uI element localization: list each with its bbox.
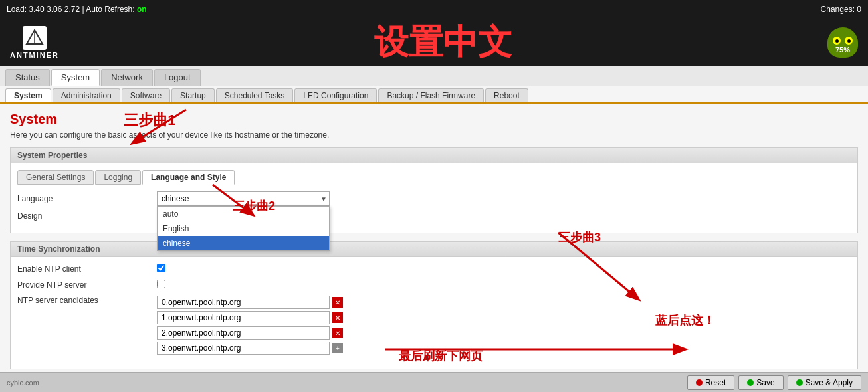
save-apply-dot-icon — [796, 379, 803, 386]
dropdown-item-auto[interactable]: auto — [158, 207, 329, 221]
ntp-candidates-row: NTP server candidates ✕ ✕ ✕ — [17, 296, 851, 357]
owl-eye-right — [845, 37, 853, 45]
system-properties-header: System Properties — [11, 148, 857, 163]
language-select-wrapper: chinese ▼ auto English chinese — [157, 191, 330, 206]
language-select[interactable]: chinese ▼ — [157, 191, 330, 206]
subtab-startup[interactable]: Startup — [171, 88, 215, 102]
nav-tabs: Status System Network Logout — [0, 66, 868, 86]
reset-button[interactable]: Reset — [687, 375, 734, 390]
save-button[interactable]: Save — [738, 375, 783, 390]
save-dot-icon — [747, 379, 754, 386]
header: ANTMINER 设置中文 75% — [0, 19, 868, 66]
ntp-server-2-input[interactable] — [157, 326, 330, 340]
ntp-server-3-input[interactable] — [157, 342, 330, 355]
time-sync-section: Time Synchronization Enable NTP client P… — [10, 241, 858, 369]
subtab-software[interactable]: Software — [122, 88, 170, 102]
design-label: Design — [17, 211, 150, 221]
bottom-bar: cybic.com Reset Save Save & Apply — [0, 372, 868, 392]
ntp-server-0-row: ✕ — [157, 296, 851, 309]
ntp-client-label: Enable NTP client — [17, 264, 150, 274]
annotation-step1: 三步曲1 — [124, 110, 175, 130]
sub-tabs: System Administration Software Startup S… — [0, 86, 868, 104]
top-bar: Load: 3.40 3.06 2.72 | Auto Refresh: on … — [0, 0, 868, 19]
ntp-server-control — [157, 280, 851, 290]
bottom-actions: Reset Save Save & Apply — [687, 375, 861, 390]
inner-tab-language-style[interactable]: Language and Style — [142, 170, 235, 185]
load-info: Load: 3.40 3.06 2.72 | Auto Refresh: on — [7, 5, 147, 14]
changes-info: Changes: 0 — [821, 5, 861, 14]
ntp-client-checkbox[interactable] — [157, 264, 165, 272]
ntp-server-3-add[interactable]: + — [332, 343, 343, 353]
language-label: Language — [17, 194, 150, 203]
tab-status[interactable]: Status — [5, 69, 50, 86]
select-arrow-icon: ▼ — [320, 195, 327, 203]
logo-area: ANTMINER — [10, 26, 59, 59]
subtab-backup-flash-firmware[interactable]: Backup / Flash Firmware — [378, 88, 484, 102]
tab-network[interactable]: Network — [101, 69, 153, 86]
ntp-server-checkbox[interactable] — [157, 280, 165, 288]
owl-badge: 75% — [827, 27, 858, 58]
subtab-reboot[interactable]: Reboot — [485, 88, 528, 102]
page-subtitle: Here you can configure the basic aspects… — [10, 130, 858, 140]
ntp-server-1-row: ✕ — [157, 311, 851, 324]
tab-logout[interactable]: Logout — [154, 69, 201, 86]
page-title: System — [10, 112, 57, 127]
ntp-server-label: Provide NTP server — [17, 280, 150, 290]
system-properties-content: General Settings Logging Language and St… — [11, 163, 857, 233]
time-sync-header: Time Synchronization — [11, 242, 857, 257]
language-control: chinese ▼ auto English chinese — [157, 191, 851, 206]
language-row: Language chinese ▼ auto English chinese — [17, 191, 851, 206]
dropdown-item-chinese[interactable]: chinese — [158, 236, 329, 250]
ntp-candidates-control: ✕ ✕ ✕ + — [157, 296, 851, 357]
ntp-server-row: Provide NTP server — [17, 280, 851, 290]
design-row: Design — [17, 211, 851, 221]
save-apply-button[interactable]: Save & Apply — [788, 375, 861, 390]
ntp-server-1-delete[interactable]: ✕ — [332, 312, 343, 323]
reset-dot-icon — [696, 379, 703, 386]
ntp-client-row: Enable NTP client — [17, 264, 851, 274]
ntp-candidates-label: NTP server candidates — [17, 296, 150, 305]
tab-system[interactable]: System — [51, 69, 100, 86]
main-content: System 三步曲1 Here you can configure the b… — [0, 104, 868, 392]
site-label: cybic.com — [7, 379, 39, 387]
owl-icon: 75% — [827, 27, 858, 58]
subtab-system[interactable]: System — [5, 88, 51, 102]
owl-eye-left — [833, 37, 841, 45]
ntp-server-3-row: + — [157, 342, 851, 355]
logo-text: ANTMINER — [10, 51, 59, 59]
subtab-administration[interactable]: Administration — [53, 88, 120, 102]
antminer-logo-icon — [23, 26, 47, 50]
inner-tabs: General Settings Logging Language and St… — [17, 170, 851, 185]
dropdown-item-english[interactable]: English — [158, 221, 329, 236]
ntp-server-2-delete[interactable]: ✕ — [332, 328, 343, 338]
ntp-server-0-delete[interactable]: ✕ — [332, 297, 343, 308]
ntp-client-control — [157, 264, 851, 274]
time-sync-content: Enable NTP client Provide NTP server NTP… — [11, 257, 857, 369]
ntp-server-0-input[interactable] — [157, 296, 330, 309]
subtab-led-configuration[interactable]: LED Configuration — [294, 88, 377, 102]
system-properties-section: System Properties General Settings Loggi… — [10, 147, 858, 233]
subtab-scheduled-tasks[interactable]: Scheduled Tasks — [216, 88, 294, 102]
inner-tab-general-settings[interactable]: General Settings — [17, 170, 94, 185]
ntp-server-2-row: ✕ — [157, 326, 851, 340]
ntp-server-1-input[interactable] — [157, 311, 330, 324]
header-title: 设置中文 — [59, 19, 827, 66]
language-dropdown: auto English chinese — [157, 206, 330, 251]
inner-tab-logging[interactable]: Logging — [95, 170, 141, 185]
